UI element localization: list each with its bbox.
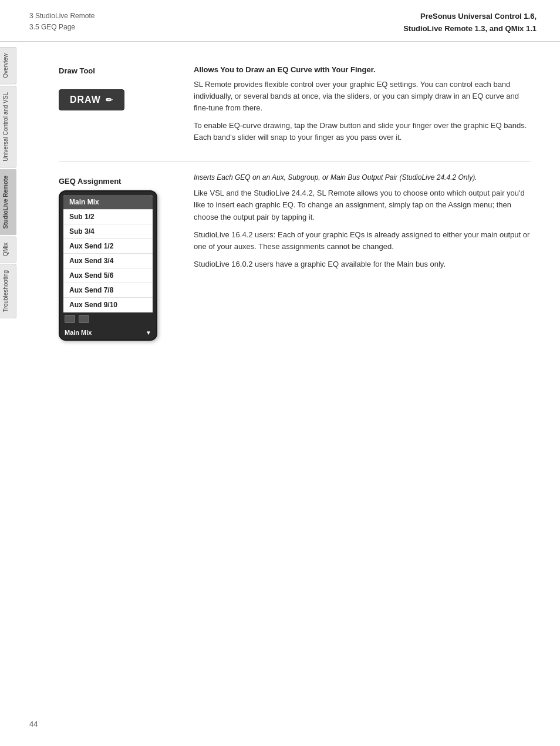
sidebar-tab-troubleshooting[interactable]: Troubleshooting — [0, 264, 16, 318]
device-arrow-icon: ▼ — [146, 330, 151, 336]
sidebar-tab-qmix[interactable]: QMix — [0, 236, 16, 263]
device-menu-item-5[interactable]: Aux Send 5/6 — [63, 268, 153, 283]
device-mockup: Main MixSub 1/2Sub 3/4Aux Send 1/2Aux Se… — [59, 190, 157, 341]
draw-tool-title: Allows You to Draw an EQ Curve with Your… — [194, 65, 531, 74]
draw-tool-body2: To enable EQ-curve drawing, tap the Draw… — [194, 120, 531, 143]
sidebar-tab-studiolive-remote[interactable]: StudioLive Remote — [0, 169, 16, 236]
geq-assignment-body2: StudioLive 16.4.2 users: Each of your gr… — [194, 229, 531, 253]
sidebar-tab-overview[interactable]: Overview — [0, 47, 16, 85]
draw-button[interactable]: DRAW ✏ — [59, 89, 124, 110]
sidebar: Overview Universal Control and VSL Studi… — [0, 47, 16, 319]
geq-assignment-subtitle: Inserts Each GEQ on an Aux, Subgroup, or… — [194, 173, 531, 182]
device-menu-item-6[interactable]: Aux Send 7/8 — [63, 283, 153, 298]
geq-assignment-section: GEQ Assignment Main MixSub 1/2Sub 3/4Aux… — [59, 162, 531, 352]
draw-tool-body1: SL Remote provides flexible control over… — [194, 79, 531, 114]
page-header: 3 StudioLive Remote 3.5 GEQ Page PreSonu… — [0, 0, 560, 42]
draw-tool-content: Allows You to Draw an EQ Curve with Your… — [194, 65, 531, 150]
draw-tool-section: Draw Tool DRAW ✏ Allows You to Draw an E… — [59, 53, 531, 162]
device-menu-list: Main MixSub 1/2Sub 3/4Aux Send 1/2Aux Se… — [63, 195, 153, 312]
geq-assignment-body3: StudioLive 16.0.2 users have a graphic E… — [194, 258, 531, 270]
device-menu-item-0[interactable]: Main Mix — [63, 195, 153, 210]
device-ctrl-btn-1[interactable] — [65, 315, 75, 323]
device-ctrl-btn-2[interactable] — [79, 315, 89, 323]
device-screen: Main MixSub 1/2Sub 3/4Aux Send 1/2Aux Se… — [63, 195, 153, 312]
header-left: 3 StudioLive Remote 3.5 GEQ Page — [29, 11, 95, 33]
geq-assignment-body1: Like VSL and the StudioLive 24.4.2, SL R… — [194, 187, 531, 223]
draw-tool-label: Draw Tool DRAW ✏ — [59, 65, 176, 150]
page-number: 44 — [29, 720, 38, 728]
device-controls — [60, 312, 156, 325]
geq-assignment-content: Inserts Each GEQ on an Aux, Subgroup, or… — [194, 173, 531, 341]
device-menu-item-7[interactable]: Aux Send 9/10 — [63, 298, 153, 312]
sidebar-tab-universal-control[interactable]: Universal Control and VSL — [0, 86, 16, 168]
device-menu-item-3[interactable]: Aux Send 1/2 — [63, 239, 153, 254]
draw-button-label: DRAW — [70, 95, 101, 105]
geq-assignment-label: GEQ Assignment Main MixSub 1/2Sub 3/4Aux… — [59, 176, 176, 341]
device-bottom-bar: Main Mix ▼ — [60, 325, 156, 340]
device-menu-item-1[interactable]: Sub 1/2 — [63, 210, 153, 224]
device-menu-item-4[interactable]: Aux Send 3/4 — [63, 254, 153, 268]
pencil-icon: ✏ — [106, 95, 113, 105]
device-bottom-label[interactable]: Main Mix — [65, 329, 92, 336]
main-content: Draw Tool DRAW ✏ Allows You to Draw an E… — [23, 42, 560, 377]
header-right: PreSonus Universal Control 1.6, StudioLi… — [403, 11, 537, 35]
device-menu-item-2[interactable]: Sub 3/4 — [63, 224, 153, 239]
